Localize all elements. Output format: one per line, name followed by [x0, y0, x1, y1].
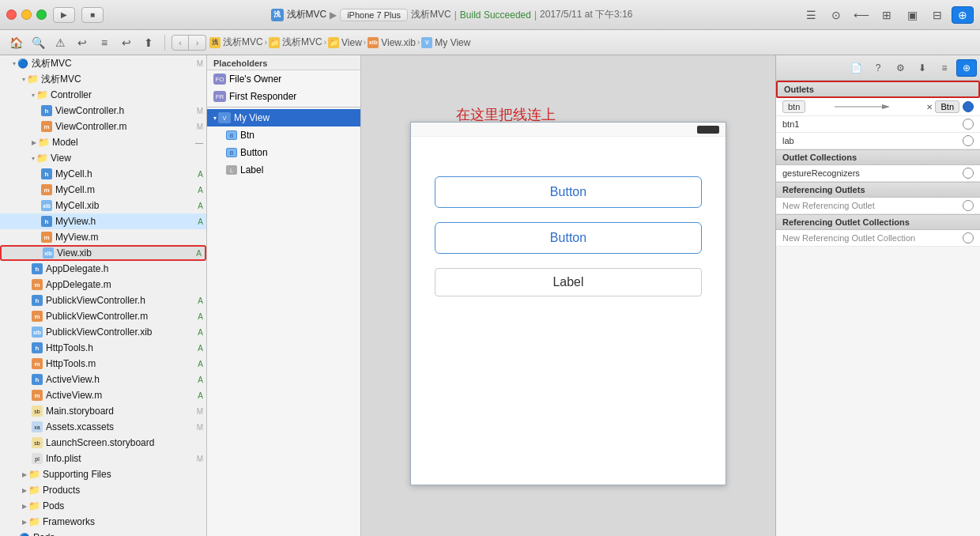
- layout-icon[interactable]: ⊞: [876, 6, 898, 24]
- nav-label: Info.plist: [46, 453, 81, 464]
- outlet-circle-gesture[interactable]: [963, 168, 974, 179]
- toolbar-list[interactable]: ≡: [95, 34, 114, 51]
- nav-item-project[interactable]: ▾ 📁 浅析MVC: [0, 71, 206, 87]
- toolbar-back[interactable]: ↩: [117, 34, 136, 51]
- nav-item-model[interactable]: ▶ 📁 Model —: [0, 134, 206, 150]
- nav-badge: M: [197, 407, 203, 416]
- play-button[interactable]: ▶: [53, 7, 75, 23]
- nav-item-mycell-h[interactable]: h MyCell.h A: [0, 166, 206, 182]
- button-item[interactable]: B Button: [207, 144, 360, 161]
- inspector-toggle[interactable]: ▣: [901, 6, 923, 24]
- nav-item-mycell-m[interactable]: m MyCell.m A: [0, 182, 206, 198]
- close-button[interactable]: [6, 9, 17, 20]
- nav-item-view-folder[interactable]: ▾ 📁 View: [0, 150, 206, 166]
- outlet-circle-btn1[interactable]: [963, 119, 974, 130]
- storyboard-icon: sb: [32, 406, 43, 417]
- nav-item-viewcontroller-h[interactable]: h ViewController.h M: [0, 103, 206, 119]
- nav-item-products[interactable]: ▶ 📁 Products: [0, 482, 206, 498]
- toolbar-share[interactable]: ⬆: [139, 34, 158, 51]
- nav-item-publicvc-xib[interactable]: xib PublickViewController.xib A: [0, 324, 206, 340]
- connections-icon[interactable]: ⊕: [952, 6, 974, 24]
- toolbar-search[interactable]: 🔍: [28, 34, 47, 51]
- attr-insp-icon[interactable]: ≡: [934, 59, 955, 77]
- nav-badge: M: [197, 423, 203, 432]
- nav-item-info-plist[interactable]: pl Info.plist M: [0, 451, 206, 466]
- breadcrumb-folder[interactable]: 📁 浅析MVC: [269, 36, 322, 49]
- breadcrumb-xib[interactable]: xib View.xib: [368, 37, 416, 48]
- nav-item-pods[interactable]: ▶ 📁 Pods: [0, 498, 206, 514]
- breadcrumb-xib-label: View.xib: [381, 37, 416, 48]
- outlet-target-label: ✕: [926, 103, 933, 111]
- gesture-recognizers-label: gestureRecognizers: [782, 168, 959, 178]
- nav-item-pods-root[interactable]: ▶ 🔵 Pods: [0, 530, 206, 536]
- ios-button-2[interactable]: Button: [435, 222, 702, 254]
- outlet-target: ✕ Btn: [926, 100, 959, 113]
- nav-item-publicvc-h[interactable]: h PublickViewController.h A: [0, 293, 206, 308]
- minimize-button[interactable]: [21, 9, 32, 20]
- nav-badge: M: [197, 455, 203, 463]
- connected-name: Btn: [940, 102, 954, 111]
- back-icon[interactable]: ⟵: [850, 6, 873, 24]
- nav-forward-btn[interactable]: ›: [189, 35, 206, 51]
- toolbar-home[interactable]: 🏠: [6, 34, 25, 51]
- files-owner-item[interactable]: FO File's Owner: [207, 70, 360, 88]
- nav-label: View.xib: [57, 247, 92, 259]
- xib-canvas[interactable]: 在这里把线连上: [361, 55, 775, 536]
- nav-item-appdelegate-m[interactable]: m AppDelegate.m: [0, 277, 206, 293]
- nav-item-activeview-m[interactable]: m ActiveView.m A: [0, 387, 206, 403]
- nav-item-myview-h[interactable]: h MyView.h A: [0, 213, 206, 229]
- nav-item-publicvc-m[interactable]: m PublickViewController.m A: [0, 308, 206, 324]
- nav-label: Products: [43, 485, 80, 496]
- nav-badge: A: [198, 360, 203, 368]
- outlet-circle-lab[interactable]: [963, 135, 974, 146]
- label-item[interactable]: L Label: [207, 161, 360, 179]
- outlet-circle-btn[interactable]: [963, 101, 974, 112]
- hide-panel[interactable]: ⊟: [926, 6, 948, 24]
- nav-label: View: [51, 153, 71, 164]
- nav-back-btn[interactable]: ‹: [172, 35, 189, 51]
- breadcrumb-view-folder[interactable]: 📁 View: [328, 37, 362, 48]
- breadcrumb-myview[interactable]: V My View: [421, 37, 470, 48]
- nav-badge: M: [197, 59, 203, 68]
- link-insp-icon[interactable]: ⚙: [890, 59, 910, 77]
- nav-badge: A: [198, 296, 203, 305]
- toolbar-undo[interactable]: ↩: [73, 34, 92, 51]
- device-badge[interactable]: iPhone 7 Plus: [340, 9, 408, 21]
- xib-file-icon: xib: [43, 247, 54, 259]
- nav-item-activeview-h[interactable]: h ActiveView.h A: [0, 372, 206, 387]
- outlet-circle-new-ref[interactable]: [963, 200, 974, 211]
- sidebar-toggle-left[interactable]: ☰: [800, 6, 822, 24]
- first-responder-item[interactable]: FR First Responder: [207, 88, 360, 105]
- nav-item-httptools-h[interactable]: h HttpTools.h A: [0, 340, 206, 356]
- breadcrumb-project[interactable]: 浅 浅析MVC: [209, 36, 263, 49]
- nav-item-launchscreen[interactable]: sb LaunchScreen.storyboard: [0, 435, 206, 451]
- stop-button[interactable]: ■: [81, 7, 104, 23]
- size-insp-icon[interactable]: ⬇: [912, 59, 933, 77]
- myview-item[interactable]: ▾ V My View: [207, 109, 360, 126]
- btn-item[interactable]: B Btn: [207, 126, 360, 144]
- ios-button-1[interactable]: Button: [435, 176, 702, 208]
- activity-icon[interactable]: ⊙: [825, 6, 847, 24]
- toolbar-warn[interactable]: ⚠: [51, 34, 70, 51]
- nav-label: MyView.m: [55, 232, 98, 243]
- nav-item-main-storyboard[interactable]: sb Main.storyboard M: [0, 403, 206, 419]
- nav-item-appdelegate-h[interactable]: h AppDelegate.h: [0, 261, 206, 277]
- nav-badge: A: [198, 328, 203, 337]
- connections-insp-icon[interactable]: ⊕: [956, 59, 977, 77]
- nav-item-viewcontroller-m[interactable]: m ViewController.m M: [0, 119, 206, 134]
- nav-item-assets[interactable]: xa Assets.xcassets M: [0, 419, 206, 435]
- nav-item-view-xib[interactable]: xib View.xib A: [0, 245, 206, 261]
- m-file-icon: m: [41, 232, 52, 243]
- nav-item-supporting-files[interactable]: ▶ 📁 Supporting Files: [0, 466, 206, 482]
- nav-item-root-mvc[interactable]: ▾ 🔵 浅析MVC M: [0, 55, 206, 71]
- nav-item-controller[interactable]: ▾ 📁 Controller: [0, 87, 206, 103]
- file-insp-icon[interactable]: 📄: [846, 59, 866, 77]
- nav-item-httptools-m[interactable]: m HttpTools.m A: [0, 356, 206, 372]
- help-insp-icon[interactable]: ?: [868, 59, 888, 77]
- outlet-circle-new-ref-coll[interactable]: [963, 232, 974, 243]
- nav-item-frameworks[interactable]: ▶ 📁 Frameworks: [0, 514, 206, 530]
- nav-item-mycell-xib[interactable]: xib MyCell.xib A: [0, 198, 206, 213]
- maximize-button[interactable]: [36, 9, 47, 20]
- iphone-frame: Button Button Label: [410, 122, 726, 485]
- nav-item-myview-m[interactable]: m MyView.m: [0, 229, 206, 245]
